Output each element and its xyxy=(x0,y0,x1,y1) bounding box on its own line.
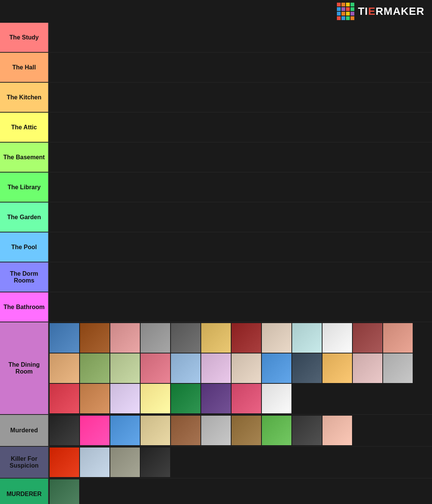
tier-row-bathroom: The Bathroom xyxy=(0,292,432,322)
tier-label-basement: The Basement xyxy=(0,143,48,172)
card-murdered-6[interactable] xyxy=(232,416,261,445)
card-dining-29[interactable] xyxy=(201,384,231,413)
tier-content-basement xyxy=(48,143,432,172)
tier-row-hall: The Hall xyxy=(0,53,432,83)
tier-content-killer xyxy=(48,447,432,478)
card-dining-14[interactable] xyxy=(110,353,140,383)
tier-label-pool: The Pool xyxy=(0,232,48,262)
card-murdered-7[interactable] xyxy=(262,416,291,445)
card-dining-21[interactable] xyxy=(322,353,352,383)
tier-content-library xyxy=(48,173,432,202)
card-dining-10[interactable] xyxy=(353,323,382,353)
tier-label-dining: The Dining Room xyxy=(0,322,48,414)
tier-label-killer: Killer For Suspicion xyxy=(0,447,48,478)
tier-row-dorm: The Dorm Rooms xyxy=(0,262,432,292)
card-dining-22[interactable] xyxy=(353,353,382,383)
card-murdered-2[interactable] xyxy=(110,416,140,445)
card-dining-16[interactable] xyxy=(171,353,200,383)
tier-content-dining xyxy=(48,322,432,414)
tier-label-library: The Library xyxy=(0,173,48,202)
card-dining-11[interactable] xyxy=(383,323,413,353)
tier-content-study xyxy=(48,23,432,52)
card-dining-6[interactable] xyxy=(232,323,261,353)
card-dining-20[interactable] xyxy=(292,353,322,383)
logo-grid xyxy=(337,3,354,20)
tier-label-murdered: Murdered xyxy=(0,415,48,446)
tier-row-pool: The Pool xyxy=(0,232,432,262)
card-murdered-0[interactable] xyxy=(50,416,79,445)
card-murdered-5[interactable] xyxy=(201,416,231,445)
card-dining-19[interactable] xyxy=(262,353,291,383)
card-dining-24[interactable] xyxy=(50,384,79,413)
tier-label-study: The Study xyxy=(0,23,48,52)
tier-row-killer: Killer For Suspicion xyxy=(0,447,432,479)
tier-label-kitchen: The Kitchen xyxy=(0,83,48,112)
card-dining-23[interactable] xyxy=(383,353,413,383)
tier-content-hall xyxy=(48,53,432,82)
card-dining-1[interactable] xyxy=(80,323,110,353)
card-dining-30[interactable] xyxy=(232,384,261,413)
tier-row-garden: The Garden xyxy=(0,203,432,232)
tier-label-hall: The Hall xyxy=(0,53,48,82)
tier-content-garden xyxy=(48,203,432,232)
tier-row-dining: The Dining Room xyxy=(0,322,432,415)
tier-content-attic xyxy=(48,113,432,142)
tier-row-study: The Study xyxy=(0,23,432,53)
card-murderer-0[interactable] xyxy=(50,479,79,504)
card-dining-18[interactable] xyxy=(232,353,261,383)
card-dining-31[interactable] xyxy=(262,384,291,413)
card-dining-3[interactable] xyxy=(141,323,170,353)
card-dining-17[interactable] xyxy=(201,353,231,383)
card-dining-25[interactable] xyxy=(80,384,110,413)
tier-content-bathroom xyxy=(48,292,432,322)
tier-list: The StudyThe HallThe KitchenThe AtticThe… xyxy=(0,23,432,504)
header: TiERMAKER xyxy=(0,0,432,23)
card-killer-1[interactable] xyxy=(80,447,110,477)
card-murdered-3[interactable] xyxy=(141,416,170,445)
card-dining-27[interactable] xyxy=(141,384,170,413)
tier-row-murdered: Murdered xyxy=(0,415,432,447)
card-dining-8[interactable] xyxy=(292,323,322,353)
card-dining-28[interactable] xyxy=(171,384,200,413)
card-murdered-8[interactable] xyxy=(292,416,322,445)
card-dining-4[interactable] xyxy=(171,323,200,353)
tier-row-basement: The Basement xyxy=(0,143,432,173)
card-dining-26[interactable] xyxy=(110,384,140,413)
card-dining-2[interactable] xyxy=(110,323,140,353)
tier-label-murderer: MURDERER xyxy=(0,479,48,504)
card-murdered-4[interactable] xyxy=(171,416,200,445)
card-dining-15[interactable] xyxy=(141,353,170,383)
tier-content-kitchen xyxy=(48,83,432,112)
card-killer-2[interactable] xyxy=(110,447,140,477)
tier-row-kitchen: The Kitchen xyxy=(0,83,432,113)
tier-content-murdered xyxy=(48,415,432,446)
tiermaker-logo: TiERMAKER xyxy=(337,3,424,20)
card-dining-0[interactable] xyxy=(50,323,79,353)
tier-content-murderer xyxy=(48,479,432,504)
tier-label-bathroom: The Bathroom xyxy=(0,292,48,322)
tier-content-pool xyxy=(48,232,432,262)
card-murdered-9[interactable] xyxy=(322,416,352,445)
tier-content-dorm xyxy=(48,262,432,292)
card-dining-5[interactable] xyxy=(201,323,231,353)
card-dining-12[interactable] xyxy=(50,353,79,383)
card-dining-13[interactable] xyxy=(80,353,110,383)
tier-label-dorm: The Dorm Rooms xyxy=(0,262,48,292)
card-dining-7[interactable] xyxy=(262,323,291,353)
card-murdered-1[interactable] xyxy=(80,416,110,445)
tier-row-murderer: MURDERER xyxy=(0,479,432,504)
tier-label-garden: The Garden xyxy=(0,203,48,232)
tier-row-attic: The Attic xyxy=(0,113,432,143)
card-killer-0[interactable] xyxy=(50,447,79,477)
tier-label-attic: The Attic xyxy=(0,113,48,142)
tier-row-library: The Library xyxy=(0,173,432,203)
logo-text: TiERMAKER xyxy=(358,5,424,17)
card-killer-3[interactable] xyxy=(141,447,170,477)
card-dining-9[interactable] xyxy=(322,323,352,353)
